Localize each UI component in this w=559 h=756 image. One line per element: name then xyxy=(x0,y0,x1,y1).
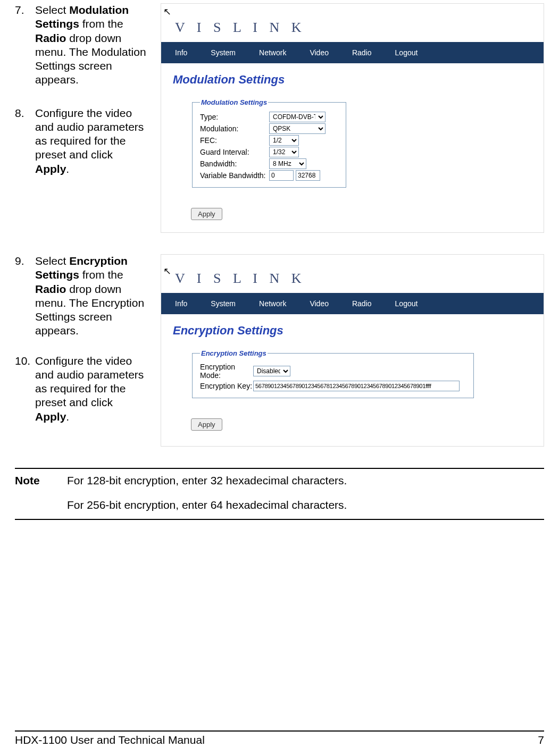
document-page: 7. Select Modulation Settings from the R… xyxy=(0,0,559,756)
txt: Configure the video and audio parameters… xyxy=(35,355,144,409)
step-num: 7. xyxy=(15,3,35,87)
nav-system[interactable]: System xyxy=(211,299,236,308)
nav-radio[interactable]: Radio xyxy=(352,299,372,308)
apply-button[interactable]: Apply xyxy=(191,208,222,220)
note-flex: Note For 128-bit encryption, enter 32 he… xyxy=(15,474,544,511)
instructions-col-2: 9. Select Encryption Settings from the R… xyxy=(15,254,148,439)
panel-title-encryption: Encryption Settings xyxy=(161,314,544,349)
bw-select[interactable]: 8 MHz xyxy=(269,158,306,169)
panel-title-modulation: Modulation Settings xyxy=(161,63,544,98)
row-enc-mode: Encryption Mode: Disabled xyxy=(200,363,466,380)
fec-select[interactable]: 1/2 xyxy=(269,135,299,146)
navbar: Info System Network Video Radio Logout xyxy=(161,293,544,314)
nav-info[interactable]: Info xyxy=(175,299,187,308)
note-block: Note For 128-bit encryption, enter 32 he… xyxy=(15,468,544,520)
step-num: 10. xyxy=(15,354,35,424)
cursor-icon: ↖ xyxy=(163,265,171,277)
nav-radio[interactable]: Radio xyxy=(352,48,372,57)
label-guard: Guard Interval: xyxy=(200,148,269,156)
nav-network[interactable]: Network xyxy=(259,48,286,57)
txt: . xyxy=(66,163,69,175)
txt: Select xyxy=(35,255,69,267)
row-guard: Guard Interval: 1/32 xyxy=(200,147,338,157)
bold: Apply xyxy=(35,163,66,175)
vbw-input-2[interactable] xyxy=(296,170,320,181)
txt: from the xyxy=(79,18,123,30)
row-type: Type: COFDM-DVB-T xyxy=(200,112,338,122)
note-text: For 128-bit encryption, enter 32 hexadec… xyxy=(67,474,347,511)
label-type: Type: xyxy=(200,113,269,121)
txt: Configure the video and audio parameters… xyxy=(35,107,144,161)
step-7: 7. Select Modulation Settings from the R… xyxy=(15,3,148,87)
logo-area: V I S L I N K xyxy=(161,255,544,293)
step-10: 10. Configure the video and audio parame… xyxy=(15,354,148,424)
txt: from the xyxy=(79,268,123,281)
step-num: 9. xyxy=(15,254,35,338)
modulation-select[interactable]: QPSK xyxy=(269,123,326,134)
row-bw: Bandwidth: 8 MHz xyxy=(200,158,338,169)
navbar: Info System Network Video Radio Logout xyxy=(161,42,544,63)
bold: Radio xyxy=(35,283,66,295)
apply-wrap: Apply xyxy=(161,200,544,225)
txt: . xyxy=(66,410,69,423)
step-text: Select Modulation Settings from the Radi… xyxy=(35,3,148,87)
encryption-fieldset-wrap: Encryption Settings Encryption Mode: Dis… xyxy=(161,349,544,411)
logo-area: V I S L I N K xyxy=(161,4,544,42)
step-text: Configure the video and audio parameters… xyxy=(35,106,148,176)
step-text: Configure the video and audio parameters… xyxy=(35,354,148,424)
label-vbw: Variable Bandwidth: xyxy=(200,171,269,180)
label-modulation: Modulation: xyxy=(200,124,269,133)
step-9: 9. Select Encryption Settings from the R… xyxy=(15,254,148,338)
bold: Apply xyxy=(35,410,66,423)
footer-title: HDX-1100 User and Technical Manual xyxy=(15,734,205,746)
cursor-icon: ↖ xyxy=(163,6,171,18)
txt: Select xyxy=(35,4,69,16)
encryption-screenshot: ↖ V I S L I N K Info System Network Vide… xyxy=(161,254,544,447)
note-line-1: For 128-bit encryption, enter 32 hexadec… xyxy=(67,474,347,487)
label-fec: FEC: xyxy=(200,136,269,145)
note-label: Note xyxy=(15,474,53,511)
modulation-fieldset-wrap: Modulation Settings Type: COFDM-DVB-T Mo… xyxy=(161,98,544,200)
row-vbw: Variable Bandwidth: xyxy=(200,170,338,181)
row-enc-key: Encryption Key: xyxy=(200,381,466,391)
vislink-logo: V I S L I N K xyxy=(175,20,306,35)
enc-mode-select[interactable]: Disabled xyxy=(253,366,290,376)
encryption-legend: Encryption Settings xyxy=(200,349,268,357)
note-line-2: For 256-bit encryption, enter 64 hexadec… xyxy=(67,499,347,511)
row-encryption: 9. Select Encryption Settings from the R… xyxy=(15,254,544,447)
page-footer: HDX-1100 User and Technical Manual 7 xyxy=(15,730,544,746)
nav-logout[interactable]: Logout xyxy=(395,48,418,57)
enc-key-input[interactable] xyxy=(253,381,460,391)
step-8: 8. Configure the video and audio paramet… xyxy=(15,106,148,176)
label-enc-mode: Encryption Mode: xyxy=(200,363,253,380)
instructions-col-1: 7. Select Modulation Settings from the R… xyxy=(15,3,148,191)
step-num: 8. xyxy=(15,106,35,176)
encryption-fieldset: Encryption Settings Encryption Mode: Dis… xyxy=(192,349,474,398)
step-text: Select Encryption Settings from the Radi… xyxy=(35,254,148,338)
footer-page: 7 xyxy=(538,734,544,746)
vislink-logo: V I S L I N K xyxy=(175,271,306,286)
nav-video[interactable]: Video xyxy=(310,299,329,308)
modulation-legend: Modulation Settings xyxy=(200,98,268,106)
bold: Radio xyxy=(35,32,66,44)
nav-video[interactable]: Video xyxy=(310,48,329,57)
nav-network[interactable]: Network xyxy=(259,299,286,308)
vbw-input-1[interactable] xyxy=(269,170,294,181)
apply-wrap: Apply xyxy=(161,411,544,436)
nav-system[interactable]: System xyxy=(211,48,236,57)
modulation-screenshot: ↖ V I S L I N K Info System Network Vide… xyxy=(161,3,544,233)
apply-button[interactable]: Apply xyxy=(191,418,222,431)
row-modulation: Modulation: QPSK xyxy=(200,123,338,134)
nav-logout[interactable]: Logout xyxy=(395,299,418,308)
row-modulation: 7. Select Modulation Settings from the R… xyxy=(15,3,544,233)
type-select[interactable]: COFDM-DVB-T xyxy=(269,112,326,122)
label-enc-key: Encryption Key: xyxy=(200,382,253,390)
modulation-fieldset: Modulation Settings Type: COFDM-DVB-T Mo… xyxy=(192,98,346,188)
label-bw: Bandwidth: xyxy=(200,159,269,168)
nav-info[interactable]: Info xyxy=(175,48,187,57)
guard-select[interactable]: 1/32 xyxy=(269,147,299,157)
row-fec: FEC: 1/2 xyxy=(200,135,338,146)
